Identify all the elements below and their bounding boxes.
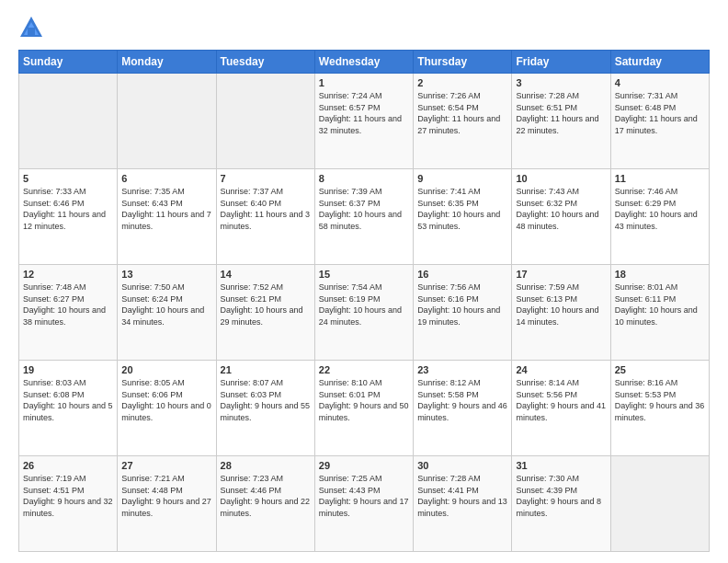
calendar-cell: 13Sunrise: 7:50 AMSunset: 6:24 PMDayligh… [118, 265, 216, 361]
day-info: Sunrise: 8:12 AMSunset: 5:58 PMDaylight:… [417, 377, 507, 423]
calendar-cell: 1Sunrise: 7:24 AMSunset: 6:57 PMDaylight… [314, 74, 413, 169]
day-info: Sunrise: 7:33 AMSunset: 6:46 PMDaylight:… [23, 186, 113, 232]
day-number: 15 [319, 269, 409, 280]
day-info: Sunrise: 7:19 AMSunset: 4:51 PMDaylight:… [23, 473, 113, 519]
calendar-cell: 22Sunrise: 8:10 AMSunset: 6:01 PMDayligh… [314, 361, 413, 456]
day-info: Sunrise: 8:14 AMSunset: 5:56 PMDaylight:… [516, 377, 606, 423]
day-info: Sunrise: 7:24 AMSunset: 6:57 PMDaylight:… [319, 90, 409, 136]
logo [18, 15, 46, 40]
weekday-header-row: SundayMondayTuesdayWednesdayThursdayFrid… [19, 51, 710, 74]
day-info: Sunrise: 7:52 AMSunset: 6:21 PMDaylight:… [221, 282, 311, 327]
day-number: 20 [121, 364, 211, 375]
calendar-cell: 17Sunrise: 7:59 AMSunset: 6:13 PMDayligh… [512, 265, 610, 361]
calendar-cell: 3Sunrise: 7:28 AMSunset: 6:51 PMDaylight… [512, 74, 610, 169]
day-number: 30 [417, 460, 507, 471]
calendar-cell: 10Sunrise: 7:43 AMSunset: 6:32 PMDayligh… [512, 169, 610, 265]
calendar-cell: 4Sunrise: 7:31 AMSunset: 6:48 PMDaylight… [610, 74, 709, 169]
logo-icon [18, 15, 44, 40]
weekday-header-wednesday: Wednesday [314, 51, 413, 74]
weekday-header-tuesday: Tuesday [216, 51, 314, 74]
day-info: Sunrise: 7:54 AMSunset: 6:19 PMDaylight:… [319, 282, 409, 327]
calendar-cell: 31Sunrise: 7:30 AMSunset: 4:39 PMDayligh… [512, 456, 610, 552]
day-info: Sunrise: 7:26 AMSunset: 6:54 PMDaylight:… [417, 90, 507, 136]
calendar-cell: 9Sunrise: 7:41 AMSunset: 6:35 PMDaylight… [414, 169, 512, 265]
day-number: 1 [319, 77, 409, 88]
day-info: Sunrise: 7:23 AMSunset: 4:46 PMDaylight:… [221, 473, 311, 519]
day-number: 6 [121, 173, 211, 184]
day-info: Sunrise: 7:39 AMSunset: 6:37 PMDaylight:… [319, 186, 409, 232]
calendar-cell: 5Sunrise: 7:33 AMSunset: 6:46 PMDaylight… [19, 169, 118, 265]
day-number: 4 [615, 77, 705, 88]
day-info: Sunrise: 8:03 AMSunset: 6:08 PMDaylight:… [23, 377, 113, 423]
week-row-0: 1Sunrise: 7:24 AMSunset: 6:57 PMDaylight… [19, 74, 710, 169]
day-info: Sunrise: 8:01 AMSunset: 6:11 PMDaylight:… [615, 282, 705, 327]
day-number: 12 [23, 269, 113, 280]
day-number: 10 [516, 173, 606, 184]
week-row-1: 5Sunrise: 7:33 AMSunset: 6:46 PMDaylight… [19, 169, 710, 265]
day-info: Sunrise: 7:25 AMSunset: 4:43 PMDaylight:… [319, 473, 409, 519]
calendar-cell [216, 74, 314, 169]
svg-rect-2 [28, 28, 35, 35]
day-number: 7 [221, 173, 311, 184]
calendar-cell [19, 74, 118, 169]
day-number: 5 [23, 173, 113, 184]
day-info: Sunrise: 8:07 AMSunset: 6:03 PMDaylight:… [221, 377, 311, 423]
day-info: Sunrise: 7:28 AMSunset: 6:51 PMDaylight:… [516, 90, 606, 136]
weekday-header-sunday: Sunday [19, 51, 118, 74]
calendar-cell: 19Sunrise: 8:03 AMSunset: 6:08 PMDayligh… [19, 361, 118, 456]
weekday-header-thursday: Thursday [414, 51, 512, 74]
calendar-cell: 29Sunrise: 7:25 AMSunset: 4:43 PMDayligh… [314, 456, 413, 552]
week-row-3: 19Sunrise: 8:03 AMSunset: 6:08 PMDayligh… [19, 361, 710, 456]
day-number: 8 [319, 173, 409, 184]
day-number: 28 [221, 460, 311, 471]
day-info: Sunrise: 7:43 AMSunset: 6:32 PMDaylight:… [516, 186, 606, 232]
calendar-table: SundayMondayTuesdayWednesdayThursdayFrid… [18, 50, 710, 552]
calendar-cell: 7Sunrise: 7:37 AMSunset: 6:40 PMDaylight… [216, 169, 314, 265]
day-number: 26 [23, 460, 113, 471]
weekday-header-monday: Monday [118, 51, 216, 74]
day-number: 24 [516, 364, 606, 375]
header [18, 15, 710, 40]
day-number: 9 [417, 173, 507, 184]
calendar-cell: 28Sunrise: 7:23 AMSunset: 4:46 PMDayligh… [216, 456, 314, 552]
calendar-cell: 14Sunrise: 7:52 AMSunset: 6:21 PMDayligh… [216, 265, 314, 361]
calendar-cell: 23Sunrise: 8:12 AMSunset: 5:58 PMDayligh… [414, 361, 512, 456]
day-number: 18 [615, 269, 705, 280]
day-number: 11 [615, 173, 705, 184]
day-number: 19 [23, 364, 113, 375]
day-number: 14 [221, 269, 311, 280]
week-row-4: 26Sunrise: 7:19 AMSunset: 4:51 PMDayligh… [19, 456, 710, 552]
calendar-cell: 12Sunrise: 7:48 AMSunset: 6:27 PMDayligh… [19, 265, 118, 361]
day-number: 23 [417, 364, 507, 375]
day-number: 2 [417, 77, 507, 88]
calendar-cell: 24Sunrise: 8:14 AMSunset: 5:56 PMDayligh… [512, 361, 610, 456]
page: SundayMondayTuesdayWednesdayThursdayFrid… [0, 0, 728, 563]
day-number: 3 [516, 77, 606, 88]
day-info: Sunrise: 7:28 AMSunset: 4:41 PMDaylight:… [417, 473, 507, 519]
calendar-cell: 21Sunrise: 8:07 AMSunset: 6:03 PMDayligh… [216, 361, 314, 456]
calendar-cell: 20Sunrise: 8:05 AMSunset: 6:06 PMDayligh… [118, 361, 216, 456]
calendar-cell: 25Sunrise: 8:16 AMSunset: 5:53 PMDayligh… [610, 361, 709, 456]
day-info: Sunrise: 7:50 AMSunset: 6:24 PMDaylight:… [121, 282, 211, 327]
day-number: 25 [615, 364, 705, 375]
calendar-cell: 11Sunrise: 7:46 AMSunset: 6:29 PMDayligh… [610, 169, 709, 265]
day-number: 13 [121, 269, 211, 280]
weekday-header-friday: Friday [512, 51, 610, 74]
day-info: Sunrise: 7:41 AMSunset: 6:35 PMDaylight:… [417, 186, 507, 232]
day-number: 22 [319, 364, 409, 375]
calendar-cell: 16Sunrise: 7:56 AMSunset: 6:16 PMDayligh… [414, 265, 512, 361]
calendar-cell: 15Sunrise: 7:54 AMSunset: 6:19 PMDayligh… [314, 265, 413, 361]
week-row-2: 12Sunrise: 7:48 AMSunset: 6:27 PMDayligh… [19, 265, 710, 361]
calendar-cell [118, 74, 216, 169]
day-info: Sunrise: 7:30 AMSunset: 4:39 PMDaylight:… [516, 473, 606, 519]
calendar-cell: 27Sunrise: 7:21 AMSunset: 4:48 PMDayligh… [118, 456, 216, 552]
day-info: Sunrise: 7:59 AMSunset: 6:13 PMDaylight:… [516, 282, 606, 327]
day-info: Sunrise: 7:46 AMSunset: 6:29 PMDaylight:… [615, 186, 705, 232]
day-info: Sunrise: 7:37 AMSunset: 6:40 PMDaylight:… [221, 186, 311, 232]
calendar-cell: 8Sunrise: 7:39 AMSunset: 6:37 PMDaylight… [314, 169, 413, 265]
day-number: 17 [516, 269, 606, 280]
day-info: Sunrise: 7:21 AMSunset: 4:48 PMDaylight:… [121, 473, 211, 519]
calendar-cell: 26Sunrise: 7:19 AMSunset: 4:51 PMDayligh… [19, 456, 118, 552]
day-info: Sunrise: 7:35 AMSunset: 6:43 PMDaylight:… [121, 186, 211, 232]
day-number: 16 [417, 269, 507, 280]
